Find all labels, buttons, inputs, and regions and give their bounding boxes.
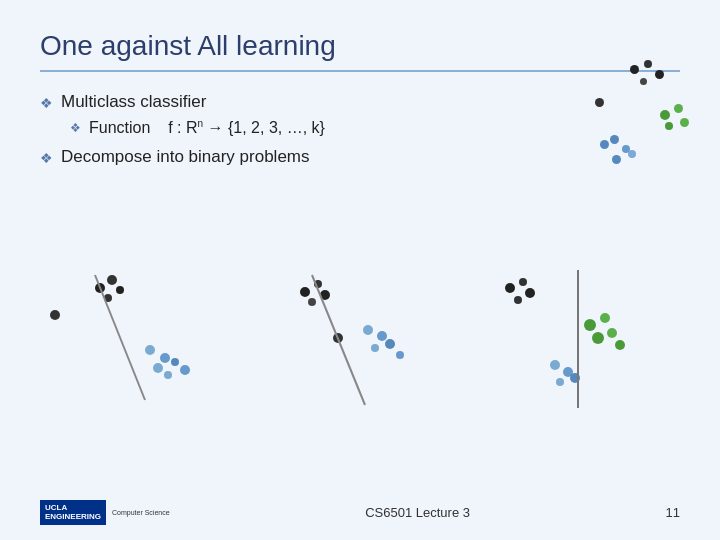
svg-point-5 [145, 345, 155, 355]
svg-point-31 [615, 340, 625, 350]
dot [595, 98, 604, 107]
dot [674, 104, 683, 113]
svg-point-2 [116, 286, 124, 294]
bullet-multiclass-text: Multiclass classifier [61, 92, 206, 112]
svg-point-18 [377, 331, 387, 341]
panel-2-svg [250, 260, 440, 415]
dot [655, 70, 664, 79]
dot [644, 60, 652, 68]
svg-line-22 [312, 275, 365, 405]
svg-point-7 [153, 363, 163, 373]
dot [640, 78, 647, 85]
function-label: Function f : Rn → {1, 2, 3, …, k} [89, 118, 325, 137]
svg-point-29 [592, 332, 604, 344]
svg-point-10 [180, 365, 190, 375]
logo-subtitle: Computer Science [112, 508, 170, 517]
diamond-icon-2: ❖ [40, 150, 53, 166]
dot [680, 118, 689, 127]
function-formula: f : Rn → {1, 2, 3, …, k} [168, 119, 325, 136]
svg-point-19 [371, 344, 379, 352]
top-right-scatter [540, 60, 700, 180]
logo-line2: ENGINEERING [45, 512, 101, 522]
svg-point-27 [584, 319, 596, 331]
logo-line1: UCLA [45, 503, 101, 513]
footer: UCLA ENGINEERING Computer Science CS6501… [0, 500, 720, 525]
slide: One against All learning ❖ Multiclass cl… [0, 0, 720, 540]
svg-point-4 [50, 310, 60, 320]
logo-box: UCLA ENGINEERING [40, 500, 106, 525]
panel-3-svg [460, 260, 660, 415]
dot [660, 110, 670, 120]
svg-point-21 [396, 351, 404, 359]
diagrams-area [40, 260, 680, 430]
dot [612, 155, 621, 164]
svg-point-25 [525, 288, 535, 298]
diamond-icon-sub-1: ❖ [70, 121, 81, 135]
panel-1-svg [40, 260, 230, 415]
svg-point-20 [385, 339, 395, 349]
footer-center-text: CS6501 Lecture 3 [365, 505, 470, 520]
svg-point-8 [171, 358, 179, 366]
footer-logo: UCLA ENGINEERING Computer Science [40, 500, 170, 525]
svg-point-23 [505, 283, 515, 293]
svg-point-1 [107, 275, 117, 285]
svg-point-34 [556, 378, 564, 386]
svg-point-30 [607, 328, 617, 338]
dot [600, 140, 609, 149]
dot [610, 135, 619, 144]
dot [630, 65, 639, 74]
diamond-icon-1: ❖ [40, 95, 53, 111]
svg-point-6 [160, 353, 170, 363]
svg-point-32 [550, 360, 560, 370]
svg-point-26 [514, 296, 522, 304]
svg-point-15 [308, 298, 316, 306]
dot [628, 150, 636, 158]
footer-page-number: 11 [666, 505, 680, 520]
svg-point-24 [519, 278, 527, 286]
svg-point-12 [300, 287, 310, 297]
bullet-decompose-text: Decompose into binary problems [61, 147, 310, 167]
dot [665, 122, 673, 130]
svg-point-28 [600, 313, 610, 323]
svg-point-17 [363, 325, 373, 335]
svg-point-9 [164, 371, 172, 379]
